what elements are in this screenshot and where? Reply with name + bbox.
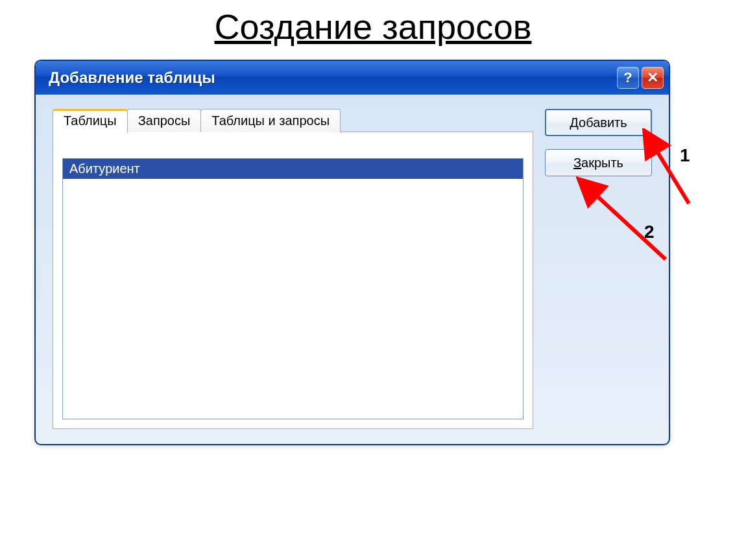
list-item[interactable]: Абитуриент <box>63 159 523 179</box>
tab-queries[interactable]: Запросы <box>127 109 202 132</box>
page-title: Создание запросов <box>0 6 746 47</box>
annotation-label-1: 1 <box>680 145 690 166</box>
close-button-rest: акрыть <box>581 156 623 170</box>
tab-tables-and-queries[interactable]: Таблицы и запросы <box>200 109 341 132</box>
add-button-rest: обавить <box>579 115 627 130</box>
close-button-mnemonic: З <box>573 156 581 170</box>
help-icon: ? <box>623 69 632 86</box>
close-window-button[interactable]: ✕ <box>642 67 664 89</box>
tab-strip: Таблицы Запросы Таблицы и запросы <box>53 109 533 132</box>
tables-listbox[interactable]: Абитуриент <box>62 158 523 419</box>
tab-tables[interactable]: Таблицы <box>53 109 128 133</box>
dialog-window: Добавление таблицы ? ✕ Таблицы Запросы Т… <box>34 60 670 445</box>
dialog-title: Добавление таблицы <box>49 69 614 87</box>
help-button[interactable]: ? <box>617 67 639 89</box>
tab-panel: Таблицы Запросы Таблицы и запросы Абитур… <box>53 109 533 430</box>
dialog-client-area: Таблицы Запросы Таблицы и запросы Абитур… <box>36 95 669 444</box>
close-button[interactable]: Закрыть <box>545 149 652 176</box>
tab-content: Абитуриент <box>53 132 533 429</box>
add-button-mnemonic: Д <box>570 115 579 130</box>
titlebar[interactable]: Добавление таблицы ? ✕ <box>36 61 669 95</box>
close-icon: ✕ <box>647 69 658 86</box>
dialog-buttons-column: Добавить Закрыть <box>545 109 652 430</box>
annotation-label-2: 2 <box>644 222 655 242</box>
add-button[interactable]: Добавить <box>545 109 652 136</box>
